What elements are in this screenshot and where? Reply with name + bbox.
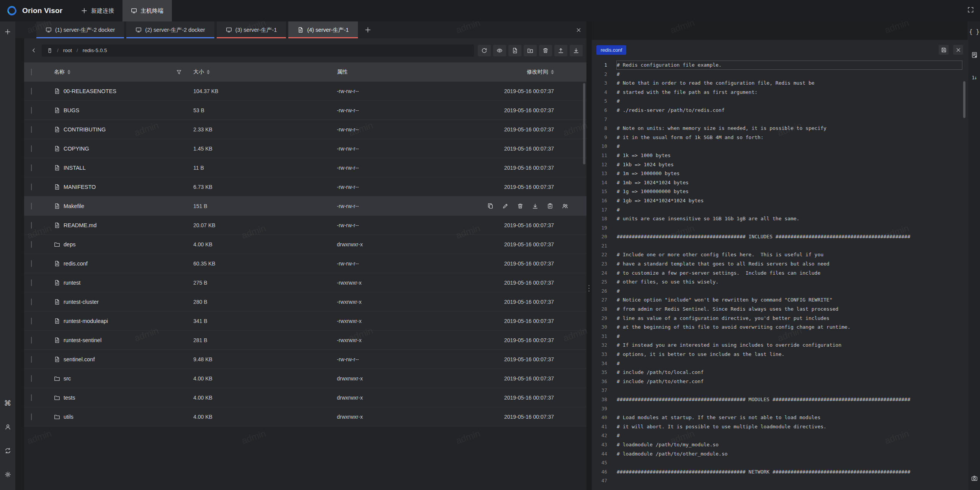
new-connection-plus-button[interactable] bbox=[3, 27, 13, 37]
filter-icon[interactable] bbox=[176, 69, 182, 75]
doc-icon bbox=[54, 337, 60, 343]
doc-bookmark-button[interactable] bbox=[969, 50, 979, 60]
row-checkbox[interactable] bbox=[31, 184, 32, 190]
row-checkbox[interactable] bbox=[31, 222, 32, 229]
terminal-tab-2[interactable]: (2) server-生产-2 docker bbox=[126, 21, 214, 38]
open-file-tag[interactable]: redis.conf bbox=[596, 45, 626, 55]
file-modified-time: 2019-05-16 00:07:37 bbox=[480, 126, 586, 133]
row-checkbox[interactable] bbox=[31, 375, 32, 382]
preview-button[interactable] bbox=[493, 45, 506, 56]
row-checkbox[interactable] bbox=[31, 298, 32, 305]
file-size: 2.33 KB bbox=[193, 126, 337, 133]
line-text: ########################################… bbox=[616, 467, 962, 477]
file-modified-time: 2019-05-16 00:07:37 bbox=[480, 241, 586, 247]
braces-button[interactable]: { } bbox=[969, 27, 979, 37]
new-tab-button[interactable] bbox=[363, 25, 373, 35]
edit-file-button[interactable] bbox=[502, 203, 508, 209]
delete-button[interactable] bbox=[539, 45, 552, 56]
file-size: 151 B bbox=[193, 203, 337, 209]
row-checkbox[interactable] bbox=[31, 337, 32, 344]
row-checkbox[interactable] bbox=[31, 164, 32, 171]
column-header-4[interactable]: 修改时间 bbox=[480, 69, 586, 75]
file-row-deps[interactable]: deps4.00 KBdrwxrwxr-x2019-05-16 00:07:37 bbox=[24, 235, 586, 254]
camera-button[interactable] bbox=[969, 473, 979, 483]
copy-file-button[interactable] bbox=[487, 203, 493, 209]
download-file-button[interactable] bbox=[532, 203, 538, 209]
fullscreen-button[interactable] bbox=[965, 5, 975, 15]
sync-button[interactable] bbox=[3, 446, 13, 456]
editor-scrollbar[interactable] bbox=[963, 81, 965, 118]
row-checkbox[interactable] bbox=[31, 88, 32, 95]
close-editor-button[interactable] bbox=[953, 45, 963, 55]
file-row-INSTALL[interactable]: INSTALL11 B-rw-rw-r--2019-05-16 00:07:37 bbox=[24, 158, 586, 177]
breadcrumb-segment-folder[interactable]: redis-5.0.5 bbox=[83, 48, 107, 53]
command-button[interactable]: ⌘ bbox=[3, 398, 13, 408]
refresh-button[interactable] bbox=[478, 45, 491, 56]
file-row-redis.conf[interactable]: redis.conf60.35 KB-rw-rw-r--2019-05-16 0… bbox=[24, 254, 586, 273]
column-header-2[interactable]: 大小 bbox=[193, 69, 337, 75]
back-button[interactable] bbox=[28, 45, 39, 56]
code-line-42: 42# bbox=[592, 431, 968, 440]
file-row-sentinel.conf[interactable]: sentinel.conf9.48 KB-rw-rw-r--2019-05-16… bbox=[24, 350, 586, 369]
row-checkbox[interactable] bbox=[31, 394, 32, 401]
file-row-src[interactable]: src4.00 KBdrwxrwxr-x2019-05-16 00:07:37 bbox=[24, 369, 586, 388]
row-checkbox[interactable] bbox=[31, 107, 32, 114]
column-header-1[interactable]: 名称 bbox=[54, 69, 193, 75]
file-row-tests[interactable]: tests4.00 KBdrwxrwxr-x2019-05-16 00:07:3… bbox=[24, 388, 586, 407]
terminal-tab-3[interactable]: (3) server-生产-1 bbox=[217, 21, 286, 38]
sort-carets-icon[interactable] bbox=[207, 70, 210, 74]
terminal-tab-4[interactable]: (4) server-生产-1 bbox=[288, 21, 358, 38]
close-tabs-button[interactable] bbox=[573, 21, 584, 38]
plus-icon bbox=[4, 28, 11, 35]
file-row-00-RELEASENOTES[interactable]: 00-RELEASENOTES104.37 KB-rw-rw-r--2019-0… bbox=[24, 82, 586, 101]
terminal-tab-1[interactable]: (1) server-生产-2 docker bbox=[36, 21, 124, 38]
brand-logo[interactable]: Orion Visor bbox=[0, 0, 72, 21]
sort-carets-icon[interactable] bbox=[551, 70, 554, 74]
file-row-runtest[interactable]: runtest275 B-rwxrwxr-x2019-05-16 00:07:3… bbox=[24, 273, 586, 292]
upload-button[interactable] bbox=[554, 45, 567, 56]
line-number: 8 bbox=[592, 124, 610, 133]
file-row-utils[interactable]: utils4.00 KBdrwxrwxr-x2019-05-16 00:07:3… bbox=[24, 407, 586, 426]
download-button[interactable] bbox=[570, 45, 583, 56]
file-modified-time: 2019-05-16 00:07:37 bbox=[480, 375, 586, 382]
breadcrumb-segment-root[interactable]: root bbox=[63, 48, 72, 53]
delete-file-button[interactable] bbox=[517, 203, 523, 209]
paste-file-button[interactable] bbox=[547, 203, 553, 209]
line-number: 26 bbox=[592, 287, 610, 296]
row-checkbox[interactable] bbox=[31, 318, 32, 324]
file-row-runtest-moduleapi[interactable]: runtest-moduleapi341 B-rwxrwxr-x2019-05-… bbox=[24, 311, 586, 331]
code-editor[interactable]: 1# Redis configuration file example.2#3#… bbox=[592, 60, 968, 490]
code-line-16: 16# 1gb => 1024*1024*1024 bytes bbox=[592, 196, 968, 205]
permission-file-button[interactable] bbox=[562, 203, 568, 209]
row-checkbox[interactable] bbox=[31, 356, 32, 363]
file-list-scrollbar[interactable] bbox=[583, 83, 585, 164]
row-checkbox[interactable] bbox=[31, 260, 32, 267]
row-checkbox[interactable] bbox=[31, 126, 32, 133]
new-folder-button[interactable] bbox=[524, 45, 537, 56]
top-menu-item-new-connection[interactable]: 新建连接 bbox=[72, 0, 122, 21]
row-checkbox[interactable] bbox=[31, 413, 32, 420]
new-file-button[interactable] bbox=[508, 45, 521, 56]
select-all-checkbox[interactable] bbox=[31, 69, 32, 75]
panel-resize-handle[interactable] bbox=[586, 21, 592, 490]
top-menu-item-host-terminal[interactable]: 主机终端 bbox=[122, 0, 172, 21]
file-row-BUGS[interactable]: BUGS53 B-rw-rw-r--2019-05-16 00:07:37 bbox=[24, 101, 586, 120]
row-checkbox[interactable] bbox=[31, 203, 32, 210]
file-row-COPYING[interactable]: COPYING1.45 KB-rw-rw-r--2019-05-16 00:07… bbox=[24, 139, 586, 158]
row-checkbox[interactable] bbox=[31, 279, 32, 286]
sort-carets-icon[interactable] bbox=[67, 70, 70, 74]
gear-button[interactable] bbox=[3, 469, 13, 479]
path-breadcrumb[interactable]: / root / redis-5.0.5 bbox=[42, 44, 474, 57]
top-bar: Orion Visor 新建连接主机终端 bbox=[0, 0, 980, 21]
sort-lines-button[interactable]: 1↓ bbox=[969, 73, 979, 83]
row-checkbox[interactable] bbox=[31, 145, 32, 152]
file-row-MANIFESTO[interactable]: MANIFESTO6.73 KB-rw-rw-r--2019-05-16 00:… bbox=[24, 177, 586, 197]
file-row-Makefile[interactable]: Makefile151 B-rw-rw-r-- bbox=[24, 197, 586, 216]
row-checkbox[interactable] bbox=[31, 241, 32, 248]
file-row-README.md[interactable]: README.md20.07 KB-rw-rw-r--2019-05-16 00… bbox=[24, 216, 586, 235]
file-row-runtest-cluster[interactable]: runtest-cluster280 B-rwxrwxr-x2019-05-16… bbox=[24, 292, 586, 311]
file-row-CONTRIBUTING[interactable]: CONTRIBUTING2.33 KB-rw-rw-r--2019-05-16 … bbox=[24, 120, 586, 139]
file-row-runtest-sentinel[interactable]: runtest-sentinel281 B-rwxrwxr-x2019-05-1… bbox=[24, 331, 586, 350]
save-file-button[interactable] bbox=[939, 45, 949, 55]
user-button[interactable] bbox=[3, 422, 13, 432]
